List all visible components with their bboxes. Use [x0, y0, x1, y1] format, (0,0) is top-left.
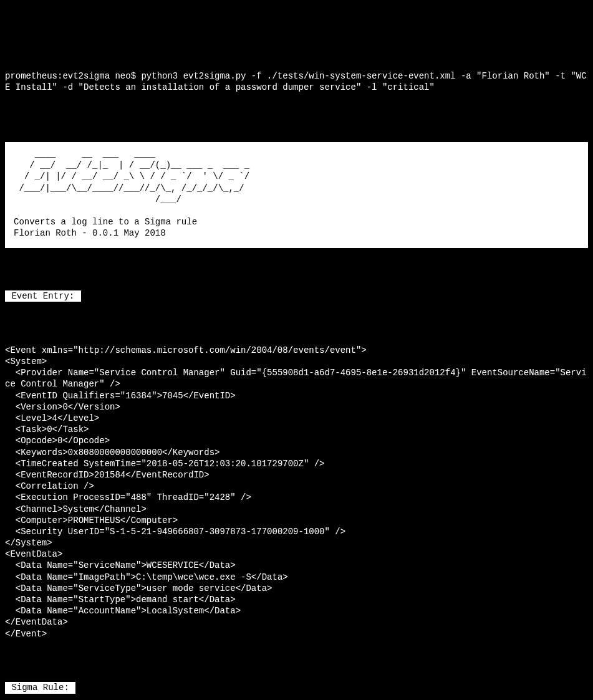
byline: Florian Roth - 0.0.1 May 2018: [14, 228, 166, 238]
ascii-logo: ____ __ ___ ____ / __/ __/ /_|_ | / __/(…: [14, 149, 249, 204]
sigma-rule-label: Sigma Rule:: [5, 682, 75, 693]
event-entry-label: Event Entry:: [5, 290, 81, 302]
tagline: Converts a log line to a Sigma rule: [14, 217, 197, 227]
terminal-window[interactable]: prometheus:evt2sigma neo$ python3 evt2si…: [0, 46, 593, 700]
command-line: prometheus:evt2sigma neo$ python3 evt2si…: [5, 70, 588, 93]
event-xml-output: <Event xmlns="http://schemas.microsoft.c…: [5, 345, 588, 640]
program-banner: ____ __ ___ ____ / __/ __/ /_|_ | / __/(…: [5, 142, 588, 248]
